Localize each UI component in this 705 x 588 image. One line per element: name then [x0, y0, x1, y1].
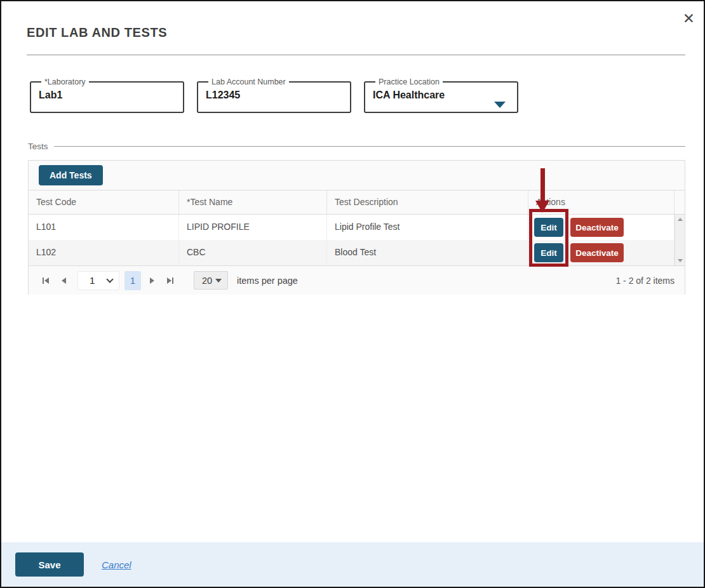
laboratory-label: *Laboratory [41, 77, 89, 86]
chevron-down-icon [106, 276, 113, 283]
practice-location-label: Practice Location [375, 77, 443, 86]
lab-account-number-field[interactable]: Lab Account Number L12345 [197, 77, 351, 113]
cell-test-code: L101 [29, 215, 179, 240]
tests-divider [54, 146, 685, 147]
form-fields-row: *Laboratory Lab1 Lab Account Number L123… [30, 77, 518, 113]
last-page-button[interactable] [163, 274, 177, 288]
laboratory-value: Lab1 [39, 90, 183, 101]
page-1-button[interactable]: 1 [124, 271, 141, 290]
cell-test-description: Blood Test [327, 240, 528, 265]
grid-header-row: Test Code *Test Name Test Description Ac… [29, 190, 685, 215]
lab-account-number-value: L12345 [206, 90, 350, 101]
grid-pager: 1 1 20 items per page 1 - 2 of 2 items [29, 265, 685, 295]
table-row: L101 LIPID PROFILE Lipid Profile Test Ed… [29, 215, 675, 240]
edit-button[interactable]: Edit [534, 243, 563, 262]
page-select-dropdown[interactable]: 1 [77, 271, 119, 290]
grid-toolbar: Add Tests [29, 161, 685, 190]
header-test-code: Test Code [29, 190, 179, 214]
add-tests-button[interactable]: Add Tests [39, 165, 103, 185]
cell-test-name: CBC [179, 240, 327, 265]
deactivate-button[interactable]: Deactivate [570, 243, 624, 262]
practice-location-dropdown[interactable]: Practice Location ICA Healthcare [364, 77, 518, 113]
items-per-page-label: items per page [237, 276, 298, 286]
cell-test-description: Lipid Profile Test [327, 215, 528, 240]
previous-page-button[interactable] [58, 274, 70, 288]
dropdown-triangle-icon [215, 279, 222, 283]
grid-body: L101 LIPID PROFILE Lipid Profile Test Ed… [29, 215, 685, 265]
cell-test-code: L102 [29, 240, 179, 265]
dialog-footer: Save Cancel [1, 542, 704, 587]
header-test-name: *Test Name [179, 190, 327, 214]
cell-actions: Edit Deactivate [528, 240, 675, 265]
page-select-value: 1 [90, 275, 95, 286]
page-size-dropdown[interactable]: 20 [194, 271, 228, 290]
header-scroll-spacer [675, 190, 685, 214]
page-size-value: 20 [202, 276, 212, 286]
header-test-description: Test Description [327, 190, 528, 214]
page-title: EDIT LAB AND TESTS [27, 25, 167, 40]
scroll-up-icon[interactable] [678, 218, 683, 221]
first-page-button[interactable] [39, 274, 53, 288]
practice-location-value: ICA Healthcare [373, 90, 517, 101]
laboratory-field[interactable]: *Laboratory Lab1 [30, 77, 184, 113]
chevron-down-icon[interactable] [494, 102, 506, 108]
deactivate-button[interactable]: Deactivate [570, 218, 624, 237]
lab-account-number-label: Lab Account Number [208, 77, 289, 86]
tests-label: Tests [28, 142, 48, 151]
pager-range-label: 1 - 2 of 2 items [615, 276, 675, 286]
close-icon[interactable]: ✕ [683, 11, 695, 26]
header-actions: Actions [528, 190, 675, 214]
edit-button[interactable]: Edit [534, 218, 563, 237]
table-row: L102 CBC Blood Test Edit Deactivate [29, 240, 675, 265]
cell-test-name: LIPID PROFILE [179, 215, 327, 240]
vertical-scrollbar[interactable] [675, 215, 685, 265]
save-button[interactable]: Save [15, 552, 84, 577]
title-divider [27, 55, 685, 55]
scroll-down-icon[interactable] [678, 259, 683, 262]
tests-section-legend: Tests [28, 142, 685, 151]
tests-grid: Add Tests Test Code *Test Name Test Desc… [28, 160, 685, 295]
next-page-button[interactable] [146, 274, 158, 288]
cancel-link[interactable]: Cancel [102, 559, 131, 570]
cell-actions: Edit Deactivate [528, 215, 675, 240]
